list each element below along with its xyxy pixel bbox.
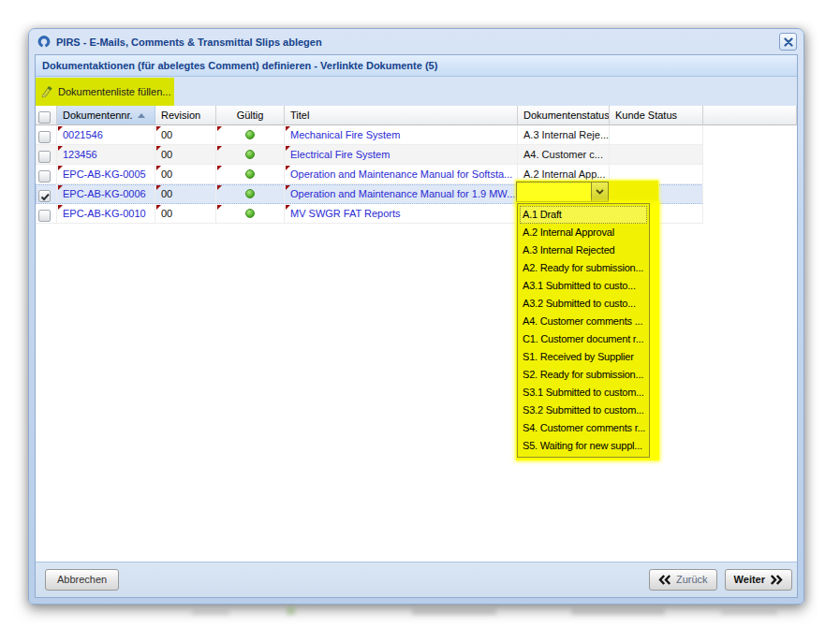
column-header-label: Titel — [290, 110, 309, 121]
document-title-link[interactable]: Operation and Maintenance Manual for 1.9… — [290, 188, 515, 199]
next-button[interactable]: Weiter — [725, 569, 792, 591]
checkbox-cell — [36, 204, 57, 224]
column-header-kunde-status[interactable]: Kunde Status — [610, 106, 703, 125]
dropdown-item[interactable]: A.3 Internal Rejected — [520, 241, 647, 259]
dirty-cell-marker — [156, 185, 161, 190]
status-cell[interactable]: A4. Customer c... — [518, 145, 610, 165]
valid-cell — [216, 125, 285, 145]
select-all-header[interactable] — [36, 106, 57, 125]
status-combo-editor[interactable] — [516, 182, 609, 202]
dropdown-item[interactable]: S3.1 Submitted to custom... — [520, 384, 647, 402]
title-bar: PIRS - E-Mails, Comments & Transmittal S… — [29, 29, 803, 54]
revision-value: 00 — [161, 168, 172, 180]
checkbox-cell — [36, 184, 57, 204]
checkbox-cell — [36, 145, 57, 165]
column-header-revision[interactable]: Revision — [155, 106, 216, 125]
dropdown-item[interactable]: A4. Customer comments ... — [520, 313, 647, 330]
dialog-window: PIRS - E-Mails, Comments & Transmittal S… — [28, 28, 804, 605]
column-header-dokumentennr-[interactable]: Dokumentennr. — [57, 106, 155, 125]
column-header-label: Revision — [161, 110, 200, 121]
revision-cell: 00 — [155, 165, 216, 184]
revision-value: 00 — [161, 149, 172, 160]
row-checkbox[interactable] — [38, 210, 51, 222]
title-cell: Mechanical Fire System — [285, 125, 518, 145]
valid-cell — [216, 184, 285, 204]
document-number-link[interactable]: EPC-AB-KG-0005 — [63, 168, 146, 180]
docnr-cell: 123456 — [57, 145, 155, 165]
valid-indicator-icon — [245, 209, 255, 218]
dropdown-item[interactable]: C1. Customer document r... — [520, 330, 647, 348]
dropdown-item[interactable]: S3.2 Submitted to custom... — [520, 402, 647, 419]
background-remnant — [571, 607, 665, 615]
docnr-cell: EPC-AB-KG-0005 — [57, 165, 155, 184]
checkbox-cell — [36, 125, 57, 145]
revision-cell: 00 — [155, 204, 216, 224]
dirty-cell-marker — [286, 146, 290, 151]
row-checkbox[interactable] — [38, 131, 51, 143]
dirty-cell-marker — [58, 205, 63, 210]
close-icon — [784, 37, 793, 47]
dropdown-item[interactable]: S1. Received by Supplier — [520, 348, 647, 366]
column-header-label: Dokumentennr. — [63, 110, 133, 121]
title-cell: Operation and Maintenance Manual for 1.9… — [285, 184, 518, 204]
revision-value: 00 — [161, 208, 172, 219]
dirty-cell-marker — [58, 146, 63, 151]
close-button[interactable] — [779, 33, 797, 51]
dropdown-item[interactable]: A3.1 Submitted to custo... — [520, 277, 647, 295]
panel-header: Dokumentaktionen (für abelegtes Comment)… — [36, 55, 797, 77]
background-remnant — [412, 607, 496, 615]
dropdown-item[interactable]: A2. Ready for submission... — [520, 259, 647, 277]
dirty-cell-marker — [156, 205, 161, 210]
document-title-link[interactable]: Operation and Maintenance Manual for Sof… — [290, 168, 512, 180]
next-label: Weiter — [734, 570, 765, 590]
dropdown-item[interactable]: S2. Ready for submission... — [520, 366, 647, 384]
status-combo-value — [517, 183, 591, 201]
document-status-value: A4. Customer c... — [523, 149, 603, 160]
dirty-cell-marker — [156, 146, 161, 151]
column-header-titel[interactable]: Titel — [285, 106, 518, 125]
dropdown-item[interactable]: A.2 Internal Approval — [520, 224, 647, 241]
document-title-link[interactable]: Mechanical Fire System — [290, 129, 400, 140]
dropdown-item[interactable]: A.1 Draft — [520, 206, 647, 224]
row-checkbox[interactable] — [38, 170, 51, 183]
status-cell[interactable]: A.3 Internal Reje... — [518, 125, 610, 145]
document-number-link[interactable]: EPC-AB-KG-0006 — [63, 188, 146, 199]
row-checkbox[interactable] — [38, 151, 51, 163]
dirty-cell-marker — [217, 166, 222, 170]
dropdown-item[interactable]: S5. Waiting for new suppl... — [520, 437, 647, 455]
dirty-cell-marker — [58, 126, 63, 131]
column-header-g-ltig[interactable]: Gültig — [216, 106, 285, 125]
fill-document-list-button[interactable]: Dokumentenliste füllen... — [36, 78, 174, 106]
dirty-cell-marker — [217, 205, 222, 210]
select-all-checkbox[interactable] — [38, 111, 51, 124]
row-checkbox[interactable] — [38, 190, 51, 202]
document-number-link[interactable]: EPC-AB-KG-0010 — [63, 208, 146, 219]
column-header-dokumentenstatus[interactable]: Dokumentenstatus — [518, 106, 610, 125]
next-chevron-icon — [770, 575, 783, 585]
background-remnant — [192, 608, 229, 615]
document-title-link[interactable]: MV SWGR FAT Reports — [290, 208, 401, 219]
column-header-label: Dokumentenstatus — [523, 110, 610, 121]
dirty-cell-marker — [217, 185, 222, 190]
document-number-link[interactable]: 123456 — [63, 149, 97, 160]
dropdown-item[interactable]: S4. Customer comments r... — [520, 419, 647, 437]
title-cell: Operation and Maintenance Manual for Sof… — [285, 165, 518, 184]
document-number-link[interactable]: 0021546 — [63, 129, 103, 140]
back-button[interactable]: Zurück — [649, 569, 717, 591]
kunde-status-cell — [610, 125, 703, 145]
dirty-cell-marker — [217, 146, 222, 151]
table-row[interactable]: 002154600Mechanical Fire SystemA.3 Inter… — [36, 125, 703, 145]
document-title-link[interactable]: Electrical Fire System — [290, 149, 390, 160]
docnr-cell: EPC-AB-KG-0006 — [57, 184, 155, 204]
revision-value: 00 — [161, 188, 172, 199]
dirty-cell-marker — [156, 166, 161, 170]
table-row[interactable]: 12345600Electrical Fire SystemA4. Custom… — [36, 145, 703, 165]
valid-cell — [216, 204, 285, 224]
cancel-button[interactable]: Abbrechen — [45, 569, 119, 591]
valid-indicator-icon — [245, 189, 255, 198]
combo-trigger-button[interactable] — [591, 183, 608, 201]
dirty-cell-marker — [286, 126, 290, 131]
back-chevron-icon — [658, 575, 671, 585]
dropdown-item[interactable]: A3.2 Submitted to custo... — [520, 295, 647, 313]
sort-asc-icon — [138, 113, 145, 118]
